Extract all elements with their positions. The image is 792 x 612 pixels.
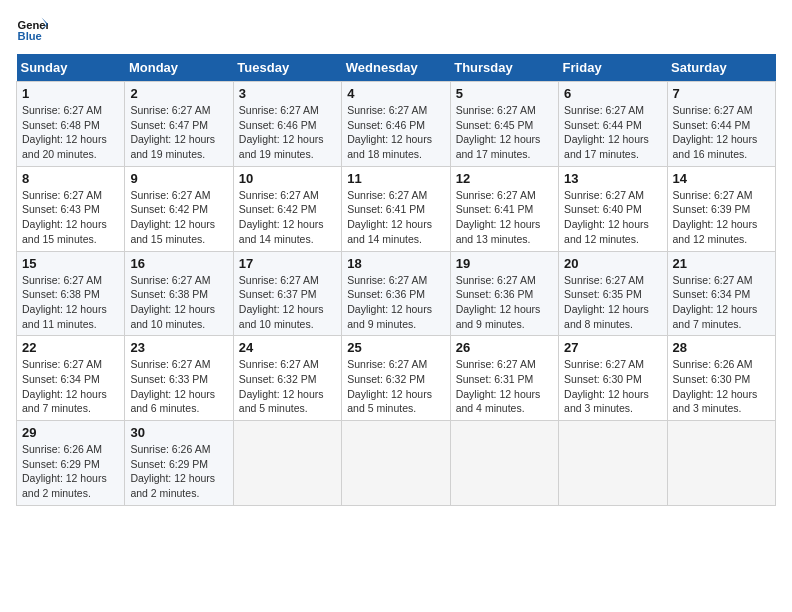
daylight: Daylight: 12 hours and 9 minutes. bbox=[456, 302, 553, 331]
day-info: Sunrise: 6:27 AM Sunset: 6:46 PM Dayligh… bbox=[239, 103, 336, 162]
day-cell: 10 Sunrise: 6:27 AM Sunset: 6:42 PM Dayl… bbox=[233, 166, 341, 251]
day-number: 16 bbox=[130, 256, 227, 271]
day-number: 4 bbox=[347, 86, 444, 101]
sunset: Sunset: 6:41 PM bbox=[347, 202, 444, 217]
day-cell: 27 Sunrise: 6:27 AM Sunset: 6:30 PM Dayl… bbox=[559, 336, 667, 421]
sunset: Sunset: 6:38 PM bbox=[22, 287, 119, 302]
sunrise: Sunrise: 6:27 AM bbox=[239, 273, 336, 288]
day-info: Sunrise: 6:27 AM Sunset: 6:45 PM Dayligh… bbox=[456, 103, 553, 162]
day-cell: 20 Sunrise: 6:27 AM Sunset: 6:35 PM Dayl… bbox=[559, 251, 667, 336]
sunset: Sunset: 6:30 PM bbox=[673, 372, 770, 387]
day-cell: 6 Sunrise: 6:27 AM Sunset: 6:44 PM Dayli… bbox=[559, 82, 667, 167]
daylight: Daylight: 12 hours and 6 minutes. bbox=[130, 387, 227, 416]
day-cell: 4 Sunrise: 6:27 AM Sunset: 6:46 PM Dayli… bbox=[342, 82, 450, 167]
day-number: 1 bbox=[22, 86, 119, 101]
day-info: Sunrise: 6:27 AM Sunset: 6:44 PM Dayligh… bbox=[564, 103, 661, 162]
day-number: 29 bbox=[22, 425, 119, 440]
sunrise: Sunrise: 6:27 AM bbox=[22, 357, 119, 372]
sunrise: Sunrise: 6:27 AM bbox=[130, 357, 227, 372]
sunset: Sunset: 6:47 PM bbox=[130, 118, 227, 133]
day-number: 3 bbox=[239, 86, 336, 101]
day-cell: 1 Sunrise: 6:27 AM Sunset: 6:48 PM Dayli… bbox=[17, 82, 125, 167]
day-number: 8 bbox=[22, 171, 119, 186]
day-info: Sunrise: 6:26 AM Sunset: 6:29 PM Dayligh… bbox=[130, 442, 227, 501]
day-info: Sunrise: 6:27 AM Sunset: 6:43 PM Dayligh… bbox=[22, 188, 119, 247]
day-number: 18 bbox=[347, 256, 444, 271]
day-number: 20 bbox=[564, 256, 661, 271]
day-info: Sunrise: 6:27 AM Sunset: 6:42 PM Dayligh… bbox=[130, 188, 227, 247]
day-info: Sunrise: 6:27 AM Sunset: 6:36 PM Dayligh… bbox=[456, 273, 553, 332]
day-cell bbox=[233, 421, 341, 506]
day-cell: 25 Sunrise: 6:27 AM Sunset: 6:32 PM Dayl… bbox=[342, 336, 450, 421]
day-number: 12 bbox=[456, 171, 553, 186]
daylight: Daylight: 12 hours and 3 minutes. bbox=[673, 387, 770, 416]
day-cell: 7 Sunrise: 6:27 AM Sunset: 6:44 PM Dayli… bbox=[667, 82, 775, 167]
day-number: 28 bbox=[673, 340, 770, 355]
sunset: Sunset: 6:32 PM bbox=[347, 372, 444, 387]
daylight: Daylight: 12 hours and 13 minutes. bbox=[456, 217, 553, 246]
day-cell: 23 Sunrise: 6:27 AM Sunset: 6:33 PM Dayl… bbox=[125, 336, 233, 421]
day-info: Sunrise: 6:27 AM Sunset: 6:38 PM Dayligh… bbox=[130, 273, 227, 332]
day-info: Sunrise: 6:27 AM Sunset: 6:37 PM Dayligh… bbox=[239, 273, 336, 332]
sunrise: Sunrise: 6:27 AM bbox=[673, 273, 770, 288]
sunset: Sunset: 6:37 PM bbox=[239, 287, 336, 302]
daylight: Daylight: 12 hours and 3 minutes. bbox=[564, 387, 661, 416]
sunrise: Sunrise: 6:26 AM bbox=[673, 357, 770, 372]
sunrise: Sunrise: 6:26 AM bbox=[130, 442, 227, 457]
sunrise: Sunrise: 6:27 AM bbox=[22, 103, 119, 118]
daylight: Daylight: 12 hours and 2 minutes. bbox=[130, 471, 227, 500]
day-cell: 21 Sunrise: 6:27 AM Sunset: 6:34 PM Dayl… bbox=[667, 251, 775, 336]
day-info: Sunrise: 6:27 AM Sunset: 6:39 PM Dayligh… bbox=[673, 188, 770, 247]
sunset: Sunset: 6:34 PM bbox=[22, 372, 119, 387]
day-number: 6 bbox=[564, 86, 661, 101]
logo-icon: General Blue bbox=[16, 16, 48, 44]
calendar-table: SundayMondayTuesdayWednesdayThursdayFrid… bbox=[16, 54, 776, 506]
sunrise: Sunrise: 6:27 AM bbox=[564, 273, 661, 288]
day-info: Sunrise: 6:27 AM Sunset: 6:32 PM Dayligh… bbox=[239, 357, 336, 416]
sunset: Sunset: 6:40 PM bbox=[564, 202, 661, 217]
sunrise: Sunrise: 6:26 AM bbox=[22, 442, 119, 457]
day-number: 5 bbox=[456, 86, 553, 101]
week-row-5: 29 Sunrise: 6:26 AM Sunset: 6:29 PM Dayl… bbox=[17, 421, 776, 506]
day-cell: 28 Sunrise: 6:26 AM Sunset: 6:30 PM Dayl… bbox=[667, 336, 775, 421]
daylight: Daylight: 12 hours and 20 minutes. bbox=[22, 132, 119, 161]
day-cell: 2 Sunrise: 6:27 AM Sunset: 6:47 PM Dayli… bbox=[125, 82, 233, 167]
day-header-saturday: Saturday bbox=[667, 54, 775, 82]
svg-text:Blue: Blue bbox=[18, 30, 42, 42]
day-header-wednesday: Wednesday bbox=[342, 54, 450, 82]
sunset: Sunset: 6:32 PM bbox=[239, 372, 336, 387]
day-cell: 14 Sunrise: 6:27 AM Sunset: 6:39 PM Dayl… bbox=[667, 166, 775, 251]
day-info: Sunrise: 6:27 AM Sunset: 6:35 PM Dayligh… bbox=[564, 273, 661, 332]
day-cell: 30 Sunrise: 6:26 AM Sunset: 6:29 PM Dayl… bbox=[125, 421, 233, 506]
sunrise: Sunrise: 6:27 AM bbox=[347, 273, 444, 288]
daylight: Daylight: 12 hours and 5 minutes. bbox=[347, 387, 444, 416]
daylight: Daylight: 12 hours and 14 minutes. bbox=[239, 217, 336, 246]
day-number: 14 bbox=[673, 171, 770, 186]
week-row-1: 1 Sunrise: 6:27 AM Sunset: 6:48 PM Dayli… bbox=[17, 82, 776, 167]
days-header-row: SundayMondayTuesdayWednesdayThursdayFrid… bbox=[17, 54, 776, 82]
day-info: Sunrise: 6:27 AM Sunset: 6:46 PM Dayligh… bbox=[347, 103, 444, 162]
day-number: 30 bbox=[130, 425, 227, 440]
day-info: Sunrise: 6:27 AM Sunset: 6:41 PM Dayligh… bbox=[347, 188, 444, 247]
sunset: Sunset: 6:33 PM bbox=[130, 372, 227, 387]
day-cell bbox=[667, 421, 775, 506]
day-number: 19 bbox=[456, 256, 553, 271]
sunrise: Sunrise: 6:27 AM bbox=[456, 357, 553, 372]
daylight: Daylight: 12 hours and 17 minutes. bbox=[456, 132, 553, 161]
day-number: 23 bbox=[130, 340, 227, 355]
day-cell: 3 Sunrise: 6:27 AM Sunset: 6:46 PM Dayli… bbox=[233, 82, 341, 167]
sunrise: Sunrise: 6:27 AM bbox=[673, 103, 770, 118]
daylight: Daylight: 12 hours and 16 minutes. bbox=[673, 132, 770, 161]
day-cell: 5 Sunrise: 6:27 AM Sunset: 6:45 PM Dayli… bbox=[450, 82, 558, 167]
sunset: Sunset: 6:42 PM bbox=[130, 202, 227, 217]
day-number: 10 bbox=[239, 171, 336, 186]
day-info: Sunrise: 6:27 AM Sunset: 6:42 PM Dayligh… bbox=[239, 188, 336, 247]
day-cell: 15 Sunrise: 6:27 AM Sunset: 6:38 PM Dayl… bbox=[17, 251, 125, 336]
sunset: Sunset: 6:48 PM bbox=[22, 118, 119, 133]
day-info: Sunrise: 6:27 AM Sunset: 6:33 PM Dayligh… bbox=[130, 357, 227, 416]
sunrise: Sunrise: 6:27 AM bbox=[673, 188, 770, 203]
day-header-friday: Friday bbox=[559, 54, 667, 82]
sunrise: Sunrise: 6:27 AM bbox=[239, 357, 336, 372]
day-header-sunday: Sunday bbox=[17, 54, 125, 82]
day-number: 27 bbox=[564, 340, 661, 355]
